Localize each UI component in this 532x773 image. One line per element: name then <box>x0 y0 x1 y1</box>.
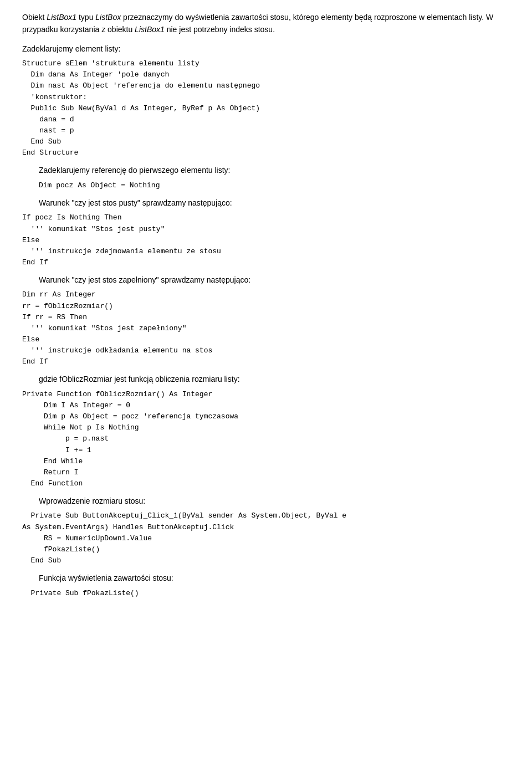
label-warunek-pusty: Warunek "czy jest stos pusty" sprawdzamy… <box>39 197 510 209</box>
code-structure: Structure sElem 'struktura elementu list… <box>22 58 510 158</box>
label-declare-ref: Zadeklarujemy referencję do pierwszego e… <box>39 164 510 176</box>
listbox1-italic2: ListBox1 <box>135 25 165 34</box>
code-wprowadzenie: Private Sub ButtonAkceptuj_Click_1(ByVal… <box>22 510 510 566</box>
label-warunek-zapelniony: Warunek "czy jest stos zapełniony" spraw… <box>39 274 510 286</box>
code-funkcja: Private Sub fPokazListe() <box>22 588 510 599</box>
label-foblicz: gdzie fObliczRozmiar jest funkcją oblicz… <box>39 373 510 385</box>
subsection-ref: Zadeklarujemy referencję do pierwszego e… <box>39 164 510 191</box>
subsection-foblicz-label: gdzie fObliczRozmiar jest funkcją oblicz… <box>39 373 510 385</box>
label-wprowadzenie: Wprowadzenie rozmiaru stosu: <box>39 495 510 507</box>
subsection-funkcja-label: Funkcja wyświetlenia zawartości stosu: <box>39 572 510 584</box>
code-if-nothing: If pocz Is Nothing Then ''' komunikat "S… <box>22 212 510 268</box>
label-funkcja: Funkcja wyświetlenia zawartości stosu: <box>39 572 510 584</box>
listbox1-italic1: ListBox1 <box>47 13 76 22</box>
code-foblicz: Private Function fObliczRozmiar() As Int… <box>22 389 510 489</box>
subsection-wprowadzenie: Wprowadzenie rozmiaru stosu: <box>39 495 510 507</box>
subsection-warunek-pusty: Warunek "czy jest stos pusty" sprawdzamy… <box>39 197 510 209</box>
code-pocz: Dim pocz As Object = Nothing <box>39 180 510 191</box>
label-declare-element: Zadeklarujemy element listy: <box>22 43 510 55</box>
code-if-full: Dim rr As Integer rr = fObliczRozmiar() … <box>22 289 510 367</box>
subsection-warunek-zapelniony: Warunek "czy jest stos zapełniony" spraw… <box>39 274 510 286</box>
intro-paragraph: Obiekt ListBox1 typu ListBox przeznaczym… <box>22 11 510 36</box>
main-content: Obiekt ListBox1 typu ListBox przeznaczym… <box>22 11 510 599</box>
listbox-italic: ListBox <box>95 13 121 22</box>
